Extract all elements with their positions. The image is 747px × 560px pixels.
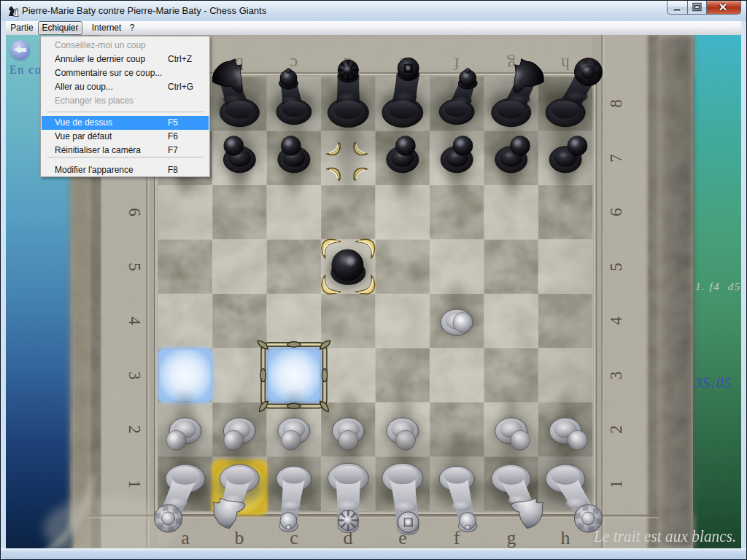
svg-text:3: 3 bbox=[607, 371, 625, 380]
svg-text:4: 4 bbox=[125, 316, 144, 325]
svg-text:6: 6 bbox=[125, 208, 144, 217]
svg-text:5: 5 bbox=[607, 262, 625, 271]
svg-text:7: 7 bbox=[607, 154, 625, 163]
svg-text:6: 6 bbox=[607, 208, 625, 217]
svg-text:8: 8 bbox=[607, 99, 625, 108]
svg-text:g: g bbox=[507, 527, 516, 548]
svg-text:h: h bbox=[561, 527, 570, 548]
svg-text:1: 1 bbox=[125, 480, 144, 489]
svg-text:h: h bbox=[561, 55, 570, 74]
svg-text:5: 5 bbox=[125, 262, 144, 271]
svg-text:f: f bbox=[454, 55, 460, 74]
svg-text:2: 2 bbox=[125, 425, 144, 434]
svg-text:f: f bbox=[454, 527, 460, 548]
svg-text:3: 3 bbox=[125, 371, 144, 380]
svg-text:g: g bbox=[507, 55, 516, 74]
svg-text:b: b bbox=[235, 527, 244, 548]
svg-text:a: a bbox=[181, 527, 190, 548]
svg-text:1: 1 bbox=[607, 480, 625, 489]
svg-text:4: 4 bbox=[607, 316, 625, 325]
svg-text:2: 2 bbox=[607, 425, 625, 434]
